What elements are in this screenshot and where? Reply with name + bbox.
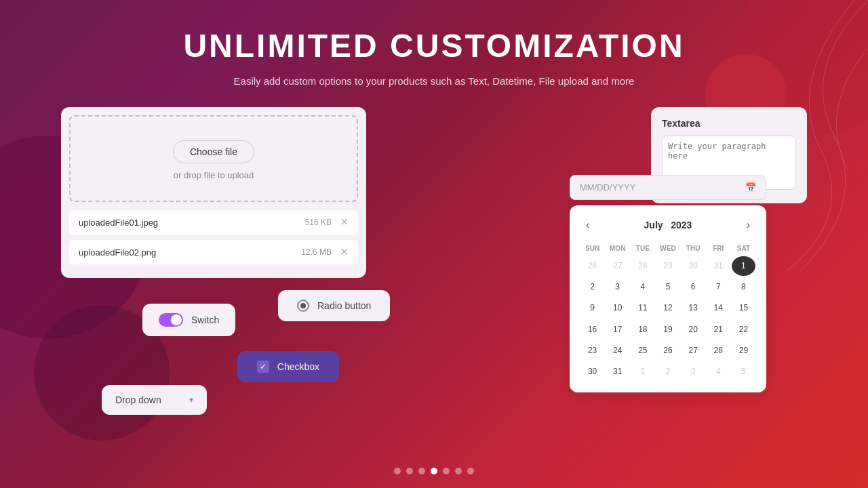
chevron-down-icon: ▾ (189, 395, 193, 405)
carousel-dot[interactable] (455, 468, 462, 474)
radio-label: Radio button (317, 300, 371, 311)
carousel-dot[interactable] (443, 468, 450, 474)
cal-day[interactable]: 26 (580, 256, 604, 276)
cal-day[interactable]: 11 (631, 298, 654, 318)
dropdown-widget[interactable]: Drop down ▾ (102, 385, 207, 415)
file-item-1: uploadedFile01.jpeg 516 KB ✕ (69, 210, 358, 235)
cal-day[interactable]: 5 (732, 362, 755, 382)
cal-day[interactable]: 4 (707, 362, 730, 382)
page-content: UNLIMITED CUSTOMIZATION Easily add custo… (0, 0, 868, 460)
choose-file-button[interactable]: Choose file (173, 140, 254, 163)
widgets-area: Choose file or drop file to upload uploa… (61, 107, 807, 460)
file-name-2: uploadedFile02.png (79, 247, 301, 258)
cal-day[interactable]: 3 (606, 277, 629, 297)
cal-day[interactable]: 1 (732, 256, 755, 276)
cal-year: 2023 (671, 220, 692, 230)
cal-day-header: FRI (707, 242, 730, 255)
switch-track[interactable] (159, 313, 183, 327)
cal-day[interactable]: 28 (707, 341, 730, 361)
cal-day[interactable]: 29 (732, 341, 755, 361)
cal-day[interactable]: 21 (707, 320, 730, 340)
cal-day[interactable]: 6 (682, 277, 705, 297)
textarea-label: Textarea (662, 118, 796, 129)
cal-day[interactable]: 1 (631, 362, 654, 382)
cal-day-header: SUN (580, 242, 604, 255)
switch-thumb (171, 314, 182, 325)
carousel-dot[interactable] (406, 468, 413, 474)
cal-day[interactable]: 27 (682, 341, 705, 361)
cal-day[interactable]: 4 (631, 277, 654, 297)
cal-day[interactable]: 31 (606, 362, 629, 382)
carousel-dot[interactable] (431, 468, 437, 474)
cal-day[interactable]: 19 (656, 320, 679, 340)
cal-day[interactable]: 16 (580, 320, 604, 340)
dropdown-label: Drop down (115, 394, 182, 405)
cal-day[interactable]: 3 (682, 362, 705, 382)
cal-day[interactable]: 9 (580, 298, 604, 318)
cal-day[interactable]: 12 (656, 298, 679, 318)
cal-day-header: THU (682, 242, 705, 255)
switch-label: Switch (191, 314, 219, 325)
cal-day-header: SAT (732, 242, 755, 255)
file-size-2: 12.6 MB (301, 247, 332, 257)
cal-day[interactable]: 30 (580, 362, 604, 382)
cal-day[interactable]: 7 (707, 277, 730, 297)
cal-day[interactable]: 5 (656, 277, 679, 297)
calendar-grid: SUNMONTUEWEDTHUFRISAT2627282930311234567… (580, 242, 755, 382)
cal-day-header: WED (656, 242, 679, 255)
radio-widget: Radio button (278, 290, 390, 321)
cal-day[interactable]: 15 (732, 298, 755, 318)
date-placeholder: MM/DD/YYYY (580, 182, 635, 192)
file-upload-widget: Choose file or drop file to upload uploa… (61, 107, 366, 278)
cal-day[interactable]: 17 (606, 320, 629, 340)
cal-day-header: TUE (631, 242, 654, 255)
file-list: uploadedFile01.jpeg 516 KB ✕ uploadedFil… (61, 210, 366, 278)
file-upload-dropzone[interactable]: Choose file or drop file to upload (69, 115, 358, 202)
cal-day[interactable]: 24 (606, 341, 629, 361)
carousel-dot[interactable] (394, 468, 401, 474)
cal-day[interactable]: 26 (656, 341, 679, 361)
radio-button[interactable] (297, 300, 309, 312)
date-widget: MM/DD/YYYY 📅 ‹ July 2023 › SUNMONTUEWEDT… (570, 175, 766, 392)
cal-month-year: July 2023 (644, 220, 692, 230)
calendar: ‹ July 2023 › SUNMONTUEWEDTHUFRISAT26272… (570, 205, 766, 392)
checkbox-box[interactable]: ✓ (257, 361, 269, 373)
cal-day[interactable]: 29 (656, 256, 679, 276)
checkbox-label: Checkbox (277, 361, 319, 372)
cal-month: July (644, 220, 663, 230)
switch-widget: Switch (142, 304, 235, 336)
cal-day-header: MON (606, 242, 629, 255)
calendar-header: ‹ July 2023 › (580, 216, 755, 234)
cal-day[interactable]: 2 (580, 277, 604, 297)
page-title: UNLIMITED CUSTOMIZATION (183, 27, 684, 64)
cal-day[interactable]: 23 (580, 341, 604, 361)
cal-prev-button[interactable]: ‹ (580, 216, 595, 234)
file-item-2: uploadedFile02.png 12.6 MB ✕ (69, 240, 358, 264)
cal-day[interactable]: 25 (631, 341, 654, 361)
cal-day[interactable]: 20 (682, 320, 705, 340)
radio-inner (300, 303, 306, 308)
cal-day[interactable]: 2 (656, 362, 679, 382)
date-input[interactable]: MM/DD/YYYY 📅 (570, 175, 766, 200)
file-remove-2[interactable]: ✕ (340, 247, 349, 258)
carousel-dot[interactable] (467, 468, 474, 474)
page-subtitle: Easily add custom options to your produc… (234, 75, 635, 87)
file-remove-1[interactable]: ✕ (340, 217, 349, 228)
cal-day[interactable]: 28 (631, 256, 654, 276)
cal-day[interactable]: 27 (606, 256, 629, 276)
checkbox-widget: ✓ Checkbox (237, 351, 339, 382)
file-name-1: uploadedFile01.jpeg (79, 218, 305, 228)
cal-day[interactable]: 14 (707, 298, 730, 318)
cal-day[interactable]: 31 (707, 256, 730, 276)
cal-next-button[interactable]: › (741, 216, 755, 234)
carousel-dots (394, 468, 474, 474)
cal-day[interactable]: 13 (682, 298, 705, 318)
drop-text: or drop file to upload (174, 170, 254, 180)
cal-day[interactable]: 8 (732, 277, 755, 297)
cal-day[interactable]: 22 (732, 320, 755, 340)
calendar-icon: 📅 (745, 182, 756, 192)
cal-day[interactable]: 10 (606, 298, 629, 318)
cal-day[interactable]: 18 (631, 320, 654, 340)
carousel-dot[interactable] (418, 468, 425, 474)
cal-day[interactable]: 30 (682, 256, 705, 276)
